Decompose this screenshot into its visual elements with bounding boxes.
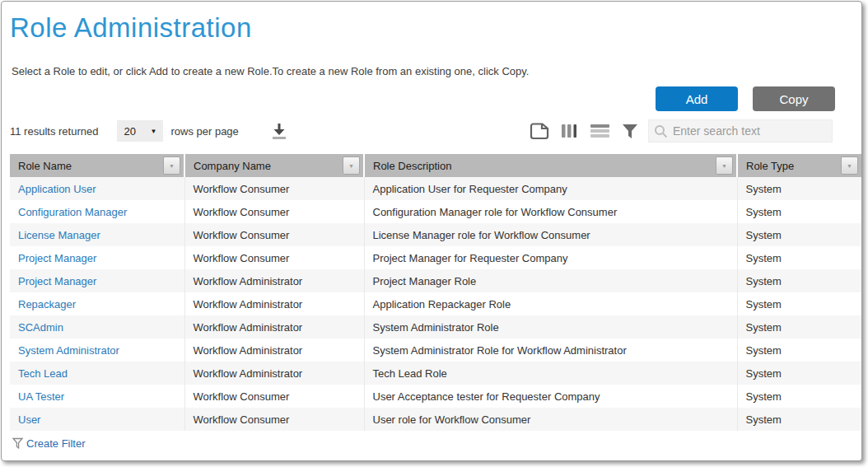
role-name-cell: License Manager [10, 223, 184, 246]
column-header[interactable]: Role Description ▼ [364, 154, 737, 177]
column-header-label: Role Name [18, 160, 72, 172]
table-row[interactable]: Project Manager Workflow Consumer Projec… [10, 246, 861, 269]
filter-outline-icon [12, 437, 23, 450]
role-type-cell: System [737, 177, 861, 200]
column-filter-button[interactable]: ▼ [343, 156, 360, 175]
role-description-cell: User Acceptance tester for Requester Com… [364, 385, 737, 408]
company-name-cell: Workflow Consumer [184, 177, 364, 200]
company-name-cell: Workflow Administrator [184, 339, 364, 362]
company-name-cell: Workflow Consumer [184, 246, 364, 269]
roles-table: Role Name ▼ Company Name ▼ Role Descript… [10, 154, 861, 431]
role-type-cell: System [737, 246, 861, 269]
table-row[interactable]: Repackager Workflow Administrator Applic… [10, 292, 861, 315]
results-count: 11 results returned [10, 125, 98, 138]
table-row[interactable]: Tech Lead Workflow Administrator Tech Le… [10, 362, 861, 385]
download-icon[interactable] [269, 122, 289, 141]
group-panel-icon[interactable] [590, 124, 610, 138]
role-type-cell: System [737, 269, 861, 292]
role-name-cell: Repackager [10, 292, 184, 315]
role-name-link[interactable]: System Administrator [18, 344, 119, 357]
role-name-link[interactable]: Project Manager [18, 252, 96, 264]
role-type-cell: System [737, 362, 861, 385]
column-header-label: Role Type [746, 160, 794, 172]
role-name-cell: Tech Lead [10, 362, 184, 385]
column-header-label: Role Description [373, 160, 451, 172]
chevron-down-icon: ▼ [847, 163, 852, 169]
table-row[interactable]: SCAdmin Workflow Administrator System Ad… [10, 315, 861, 339]
role-name-link[interactable]: License Manager [18, 229, 100, 241]
export-icon[interactable] [530, 123, 549, 140]
rows-per-page-select[interactable]: 20 ▼ [117, 120, 163, 142]
role-description-cell: Project Manager for Requester Company [364, 246, 737, 269]
role-name-link[interactable]: Tech Lead [18, 367, 68, 380]
role-name-cell: SCAdmin [10, 315, 184, 339]
create-filter-label: Create Filter [26, 437, 86, 450]
role-name-cell: Project Manager [10, 269, 184, 292]
column-header[interactable]: Company Name ▼ [184, 154, 364, 177]
add-button[interactable]: Add [656, 86, 738, 111]
column-filter-button[interactable]: ▼ [841, 156, 858, 175]
grid-toolbar: 11 results returned 20 ▼ rows per page [10, 119, 855, 143]
role-name-cell: Application User [10, 177, 184, 200]
role-name-link[interactable]: Configuration Manager [18, 206, 127, 218]
role-description-cell: Application User for Requester Company [364, 177, 737, 200]
table-header-row: Role Name ▼ Company Name ▼ Role Descript… [10, 154, 861, 177]
table-row[interactable]: Configuration Manager Workflow Consumer … [10, 200, 861, 223]
role-description-cell: License Manager role for Workflow Consum… [364, 223, 737, 246]
company-name-cell: Workflow Consumer [184, 200, 364, 223]
role-administration-page: Role Administration Select a Role to edi… [1, 1, 862, 461]
table-row[interactable]: Application User Workflow Consumer Appli… [10, 177, 861, 200]
role-type-cell: System [737, 408, 861, 431]
role-type-cell: System [737, 223, 861, 246]
role-description-cell: Project Manager Role [364, 269, 737, 292]
role-description-cell: User role for Workflow Consumer [364, 408, 737, 431]
filter-icon[interactable] [622, 124, 638, 139]
role-type-cell: System [737, 315, 861, 339]
company-name-cell: Workflow Consumer [184, 408, 364, 431]
role-name-cell: Configuration Manager [10, 200, 184, 223]
search-input[interactable] [673, 124, 827, 138]
column-header[interactable]: Role Name ▼ [10, 154, 184, 177]
role-description-cell: Tech Lead Role [364, 362, 737, 385]
role-name-cell: System Administrator [10, 339, 184, 362]
company-name-cell: Workflow Administrator [184, 269, 364, 292]
column-header-label: Company Name [194, 160, 271, 172]
company-name-cell: Workflow Administrator [184, 362, 364, 385]
chevron-down-icon: ▼ [151, 128, 157, 135]
role-description-cell: System Administrator Role for Workflow A… [364, 339, 737, 362]
role-name-link[interactable]: UA Tester [18, 390, 64, 403]
role-name-link[interactable]: Repackager [18, 298, 76, 311]
company-name-cell: Workflow Consumer [184, 385, 364, 408]
table-row[interactable]: User Workflow Consumer User role for Wor… [10, 408, 861, 431]
action-buttons: Add Copy [656, 86, 835, 111]
role-description-cell: Application Repackager Role [364, 292, 737, 315]
table-row[interactable]: System Administrator Workflow Administra… [10, 339, 861, 362]
rows-per-page-label: rows per page [170, 125, 238, 138]
create-filter-link[interactable]: Create Filter [10, 432, 109, 455]
role-name-link[interactable]: Application User [18, 183, 96, 195]
table-row[interactable]: UA Tester Workflow Consumer User Accepta… [10, 385, 861, 408]
role-name-link[interactable]: Project Manager [18, 275, 96, 287]
role-name-cell: Project Manager [10, 246, 184, 269]
chevron-down-icon: ▼ [721, 163, 727, 169]
company-name-cell: Workflow Consumer [184, 223, 364, 246]
role-name-link[interactable]: SCAdmin [18, 321, 63, 334]
copy-button[interactable]: Copy [753, 86, 835, 111]
table-row[interactable]: Project Manager Workflow Administrator P… [10, 269, 861, 292]
roles-grid: Role Name ▼ Company Name ▼ Role Descript… [10, 154, 861, 455]
column-header[interactable]: Role Type ▼ [737, 154, 861, 177]
company-name-cell: Workflow Administrator [184, 292, 364, 315]
role-name-link[interactable]: User [18, 413, 40, 426]
column-filter-button[interactable]: ▼ [716, 156, 733, 175]
role-type-cell: System [737, 339, 861, 362]
chevron-down-icon: ▼ [348, 163, 354, 169]
table-row[interactable]: License Manager Workflow Consumer Licens… [10, 223, 861, 246]
column-filter-button[interactable]: ▼ [163, 156, 180, 175]
column-chooser-icon[interactable] [561, 123, 578, 139]
role-type-cell: System [737, 200, 861, 223]
search-icon [654, 124, 668, 138]
chevron-down-icon: ▼ [169, 163, 175, 169]
grid-control-icons [530, 123, 638, 140]
company-name-cell: Workflow Administrator [184, 315, 364, 339]
role-description-cell: System Administrator Role [364, 315, 737, 339]
